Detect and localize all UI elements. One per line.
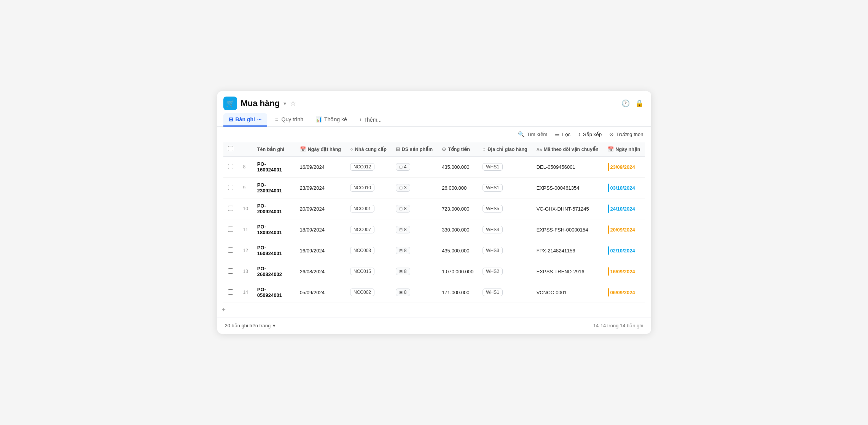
product-list[interactable]: ⊟ 8 [391, 219, 437, 240]
table-row[interactable]: 12 PO-160924001 16/09/2024 NCC003 ⊟ 8 43… [223, 240, 645, 261]
total-amount: 26.000.000 [437, 178, 478, 198]
row-select-checkbox[interactable] [228, 185, 233, 190]
row-number: 14 [239, 282, 253, 303]
record-name[interactable]: PO-160924001 [253, 157, 295, 178]
star-icon[interactable]: ☆ [290, 99, 296, 108]
total-amount: 435.000.000 [437, 157, 478, 178]
delivery-address[interactable]: WHS1 [478, 157, 532, 178]
receive-date: 20/09/2024 [603, 219, 645, 240]
toolbar: 🔍 Tìm kiếm ⚌ Lọc ↕ Sắp xếp ⊘ Trường thôn [217, 127, 651, 142]
row-checkbox [223, 240, 239, 261]
chevron-down-icon[interactable]: ▾ [283, 100, 286, 106]
ma-theo-doi-header[interactable]: Aa Mã theo dõi vận chuyển [532, 142, 603, 157]
total-amount: 435.000.000 [437, 240, 478, 261]
order-date: 23/09/2024 [295, 178, 346, 198]
total-amount: 1.070.000.000 [437, 261, 478, 282]
relation-icon: ⊟ [399, 290, 403, 295]
table-icon: ⊞ [229, 116, 233, 122]
supplier[interactable]: NCC010 [346, 178, 391, 198]
delivery-address[interactable]: WHS2 [478, 261, 532, 282]
product-list[interactable]: ⊟ 8 [391, 240, 437, 261]
table-row[interactable]: 9 PO-230924001 23/09/2024 NCC010 ⊟ 3 26.… [223, 178, 645, 198]
date-indicator [608, 163, 609, 171]
circle-icon: ⊙ [442, 146, 446, 152]
add-row-button[interactable]: + [217, 303, 651, 317]
relation-icon: ⊟ [399, 248, 403, 253]
receive-date: 16/09/2024 [603, 261, 645, 282]
row-number: 11 [239, 219, 253, 240]
record-name[interactable]: PO-050924001 [253, 282, 295, 303]
filter-button[interactable]: ⚌ Lọc [555, 131, 570, 137]
ngay-dat-hang-header[interactable]: 📅 Ngày đặt hàng [295, 142, 346, 157]
table-row[interactable]: 8 PO-160924001 16/09/2024 NCC012 ⊟ 4 435… [223, 157, 645, 178]
record-name[interactable]: PO-200924001 [253, 198, 295, 219]
lock-icon[interactable]: 🔒 [635, 99, 643, 108]
per-page-selector[interactable]: 20 bản ghi trên trang ▾ [225, 323, 276, 328]
table-row[interactable]: 11 PO-180924001 18/09/2024 NCC007 ⊟ 8 33… [223, 219, 645, 240]
table-row[interactable]: 10 PO-200924001 20/09/2024 NCC001 ⊟ 8 72… [223, 198, 645, 219]
row-select-checkbox[interactable] [228, 227, 233, 232]
table-header-row: Tên bản ghi 📅 Ngày đặt hàng ○ Nhà cung c… [223, 142, 645, 157]
add-tab-button[interactable]: + Thêm... [354, 114, 387, 126]
table-body: 8 PO-160924001 16/09/2024 NCC012 ⊟ 4 435… [223, 157, 645, 303]
table-row[interactable]: 13 PO-260824002 26/08/2024 NCC015 ⊟ 8 1.… [223, 261, 645, 282]
tracking-code: VCNCC-0001 [532, 282, 603, 303]
select-all-checkbox[interactable] [228, 146, 233, 151]
row-number: 9 [239, 178, 253, 198]
product-list[interactable]: ⊟ 3 [391, 178, 437, 198]
tracking-code: DEL-0509456001 [532, 157, 603, 178]
dia-chi-header[interactable]: ○ Địa chỉ giao hàng [478, 142, 532, 157]
search-button[interactable]: 🔍 Tìm kiếm [518, 131, 547, 137]
row-select-checkbox[interactable] [228, 289, 233, 295]
table-row[interactable]: 14 PO-050924001 05/09/2024 NCC002 ⊟ 8 17… [223, 282, 645, 303]
sort-button[interactable]: ↕ Sắp xếp [578, 131, 602, 137]
relation-icon: ⊟ [399, 206, 403, 211]
supplier[interactable]: NCC002 [346, 282, 391, 303]
record-name[interactable]: PO-230924001 [253, 178, 295, 198]
ngay-nhan-header[interactable]: 📅 Ngày nhận [603, 142, 645, 157]
tab-quy-trinh[interactable]: ⌯ Quy trình [269, 113, 309, 127]
delivery-address[interactable]: WHS1 [478, 178, 532, 198]
ten-ban-ghi-header[interactable]: Tên bản ghi [253, 142, 295, 157]
supplier[interactable]: NCC007 [346, 219, 391, 240]
supplier[interactable]: NCC003 [346, 240, 391, 261]
row-select-checkbox[interactable] [228, 268, 233, 274]
table-footer: 20 bản ghi trên trang ▾ 14-14 trong 14 b… [217, 317, 651, 334]
delivery-address[interactable]: WHS3 [478, 240, 532, 261]
title-right: 🕐 🔒 [621, 99, 643, 108]
history-icon[interactable]: 🕐 [621, 99, 630, 108]
ds-san-pham-header[interactable]: ⊞ DS sản phẩm [391, 142, 437, 157]
relation-icon: ⊟ [399, 165, 403, 170]
row-checkbox [223, 157, 239, 178]
record-name[interactable]: PO-260824002 [253, 261, 295, 282]
delivery-address[interactable]: WHS1 [478, 282, 532, 303]
product-list[interactable]: ⊟ 8 [391, 282, 437, 303]
supplier[interactable]: NCC001 [346, 198, 391, 219]
supplier[interactable]: NCC015 [346, 261, 391, 282]
product-list[interactable]: ⊟ 8 [391, 198, 437, 219]
fields-button[interactable]: ⊘ Trường thôn [609, 131, 643, 137]
row-checkbox [223, 198, 239, 219]
tab-thong-ke[interactable]: 📊 Thống kê [310, 113, 352, 127]
record-name[interactable]: PO-180924001 [253, 219, 295, 240]
location-icon: ○ [483, 146, 486, 152]
search-icon: 🔍 [518, 131, 524, 137]
nha-cung-cap-header[interactable]: ○ Nhà cung cấp [346, 142, 391, 157]
filter-icon: ⚌ [555, 131, 560, 137]
sort-icon: ↕ [578, 131, 581, 137]
record-name[interactable]: PO-160924001 [253, 240, 295, 261]
delivery-address[interactable]: WHS5 [478, 198, 532, 219]
tong-tien-header[interactable]: ⊙ Tổng tiền [437, 142, 478, 157]
tracking-code: FPX-2148241156 [532, 240, 603, 261]
row-select-checkbox[interactable] [228, 164, 233, 169]
row-select-checkbox[interactable] [228, 247, 233, 253]
chevron-down-icon: ▾ [273, 323, 276, 328]
product-list[interactable]: ⊟ 4 [391, 157, 437, 178]
delivery-address[interactable]: WHS4 [478, 219, 532, 240]
row-select-checkbox[interactable] [228, 206, 233, 211]
product-list[interactable]: ⊟ 8 [391, 261, 437, 282]
supplier[interactable]: NCC012 [346, 157, 391, 178]
tab-ban-ghi[interactable]: ⊞ Bàn ghi ··· [223, 113, 267, 127]
date-indicator [608, 288, 609, 297]
receive-date: 24/10/2024 [603, 198, 645, 219]
